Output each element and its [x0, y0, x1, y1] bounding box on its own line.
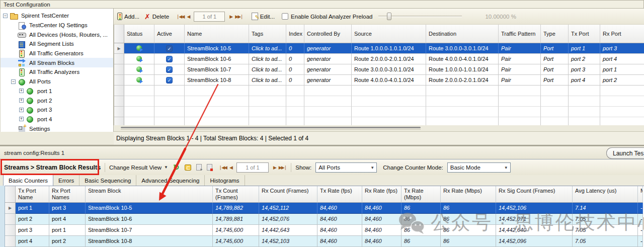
empty-cell[interactable] [600, 86, 644, 96]
cell-rx-rate-mbps[interactable]: 86 [441, 203, 496, 214]
cell-pattern[interactable]: Pair [499, 54, 541, 64]
cell-tags[interactable]: Click to ad... [249, 43, 286, 54]
results-row-4[interactable]: port 4port 2StreamBlock 10-814,745,60014… [5, 236, 644, 247]
empty-cell[interactable] [249, 107, 286, 117]
tree-item-all-traffic-generators[interactable]: All Traffic Generators [1, 49, 113, 58]
cell-rx_port[interactable]: port 4 [600, 54, 644, 64]
cell-name[interactable]: StreamBlock 10-5 [185, 43, 249, 54]
cell-rx-count[interactable]: 14,452,103 [259, 236, 317, 247]
cell-active[interactable]: ✓ [154, 43, 185, 54]
hscrollbar-thumb[interactable] [121, 127, 421, 128]
cell-rx-port-names[interactable]: port 1 [49, 225, 86, 236]
empty-cell[interactable] [304, 86, 352, 96]
save-results-icon[interactable] [196, 164, 202, 171]
empty-cell[interactable] [304, 96, 352, 107]
column-header-tx_port[interactable]: Tx Port [569, 25, 600, 43]
column-header-rx-rate-fps[interactable]: Rx Rate (fps) [362, 186, 401, 203]
cell-tx-count[interactable]: 14,745,600 [213, 236, 259, 247]
results-vscrollbar[interactable] [0, 186, 5, 247]
cell-rx-count[interactable]: 14,442,643 [259, 225, 317, 236]
cell-tx-port-name[interactable]: port 4 [16, 236, 49, 247]
cell-avg-latency[interactable]: 7.05 [573, 236, 638, 247]
tree-item-port-3[interactable]: +port 3 [1, 105, 113, 115]
row-selector-cell[interactable] [114, 64, 124, 75]
cell-tx-port-name[interactable]: port 2 [16, 214, 49, 225]
stream-block-row-3[interactable]: ✓StreamBlock 10-7Click to ad...0generato… [114, 64, 644, 75]
empty-cell[interactable] [124, 96, 154, 107]
cell-tx-rate-mbps[interactable]: 86 [401, 225, 441, 236]
cell-tx-port-name[interactable]: port 3 [16, 225, 49, 236]
tree-item-settings[interactable]: Settings [1, 124, 113, 132]
tab-histograms[interactable]: Histograms [205, 175, 245, 186]
empty-row[interactable] [114, 107, 644, 117]
tree-item-spirent-testcenter[interactable]: −Spirent TestCenter [1, 11, 113, 21]
empty-cell[interactable] [185, 96, 249, 107]
cell-name[interactable]: StreamBlock 10-7 [185, 64, 249, 75]
empty-cell[interactable] [541, 86, 569, 96]
row-selector-cell[interactable] [114, 96, 124, 107]
tab-errors[interactable]: Errors [53, 175, 79, 186]
cell-index[interactable]: 0 [286, 64, 304, 75]
cell-tx_port[interactable]: port 3 [569, 64, 600, 75]
empty-cell[interactable] [426, 86, 499, 96]
counter-mode-select[interactable]: Basic Mode ▼ [447, 162, 511, 173]
cell-stream-block[interactable]: StreamBlock 10-7 [86, 225, 213, 236]
cell-tx-rate-fps[interactable]: 84,460 [317, 214, 362, 225]
column-header-pattern[interactable]: Traffic Pattern [499, 25, 541, 43]
empty-cell[interactable] [541, 96, 569, 107]
preload-checkbox[interactable] [282, 13, 288, 20]
cell-controlled_by[interactable]: generator [304, 54, 352, 64]
record-results-icon[interactable] [207, 164, 212, 171]
export-results-icon[interactable] [185, 164, 191, 171]
change-result-view-button[interactable]: Change Result View ▼ [109, 164, 168, 171]
expand-icon[interactable]: + [19, 98, 24, 103]
collapse-icon[interactable]: − [11, 79, 16, 84]
column-header-rx_port[interactable]: Rx Port [600, 25, 644, 43]
row-selector-cell[interactable] [114, 107, 124, 117]
stream-block-row-4[interactable]: ✓StreamBlock 10-8Click to ad...0generato… [114, 75, 644, 86]
column-header-tx-count[interactable]: Tx Count (Frames) [213, 186, 259, 203]
cell-tags[interactable]: Click to ad... [249, 75, 286, 86]
cell-min-latency[interactable]: - [638, 225, 643, 236]
stream-block-row-2[interactable]: ✓StreamBlock 10-6Click to ad...0generato… [114, 54, 644, 64]
cell-min-latency[interactable]: - [638, 214, 643, 225]
column-header-tags[interactable]: Tags [249, 25, 286, 43]
empty-cell[interactable] [541, 107, 569, 117]
cell-rx-count[interactable]: 14,452,112 [259, 203, 317, 214]
cell-tx-rate-fps[interactable]: 84,460 [317, 225, 362, 236]
cell-controlled_by[interactable]: generator [304, 75, 352, 86]
cell-tags[interactable]: Click to ad... [249, 64, 286, 75]
tree-item-all-devices-hosts-routers[interactable]: All Devices (Hosts, Routers, ... [1, 30, 113, 39]
empty-cell[interactable] [286, 96, 304, 107]
results-next-page-button[interactable]: ▶ [273, 165, 276, 170]
row-selector-cell[interactable] [5, 214, 16, 225]
cell-status[interactable] [124, 64, 154, 75]
column-header-tx-rate-fps[interactable]: Tx Rate (fps) [317, 186, 362, 203]
cell-rx-rate-fps[interactable]: 84,460 [362, 225, 401, 236]
cell-source[interactable]: Route 4.0.0.0-4.0.1.0/24 [352, 75, 426, 86]
cell-type[interactable]: Port [541, 64, 569, 75]
column-header-tx-port-name[interactable]: Tx Port Name [16, 186, 49, 203]
cell-rx-sig-count[interactable]: 14,452,106 [496, 203, 573, 214]
empty-cell[interactable] [124, 86, 154, 96]
expand-icon[interactable]: + [19, 108, 24, 112]
active-checkbox[interactable]: ✓ [166, 66, 173, 73]
cell-rx-rate-fps[interactable]: 84,460 [362, 214, 401, 225]
empty-cell[interactable] [569, 96, 600, 107]
cell-tx_port[interactable]: port 2 [569, 54, 600, 64]
empty-cell[interactable] [352, 86, 426, 96]
tree-item-port-4[interactable]: +port 4 [1, 115, 113, 124]
row-selector-cell[interactable]: ▶ [114, 43, 124, 54]
empty-cell[interactable] [426, 96, 499, 107]
active-checkbox[interactable]: ✓ [166, 77, 173, 84]
cell-avg-latency[interactable]: 7.05 [573, 225, 638, 236]
cell-pattern[interactable]: Pair [499, 43, 541, 54]
cell-rx-port-names[interactable]: port 2 [49, 236, 86, 247]
cell-status[interactable] [124, 54, 154, 64]
cell-rx-rate-mbps[interactable]: 86 [441, 225, 496, 236]
row-selector-cell[interactable] [5, 225, 16, 236]
empty-cell[interactable] [124, 107, 154, 117]
cell-rx-port-names[interactable]: port 4 [49, 214, 86, 225]
column-header-rx-port-names[interactable]: Rx Port Names [49, 186, 86, 203]
empty-cell[interactable] [426, 107, 499, 117]
